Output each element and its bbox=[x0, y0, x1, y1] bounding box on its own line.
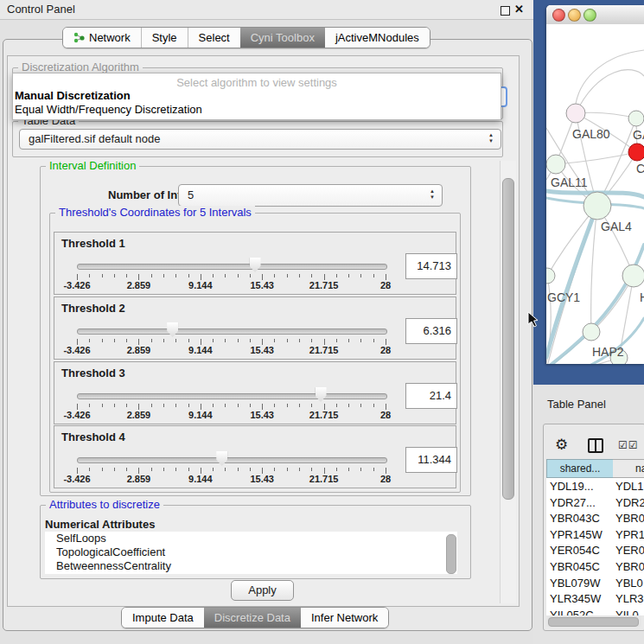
algorithm-option[interactable]: Equal Width/Frequency Discretization bbox=[15, 103, 202, 116]
tab-cyni-toolbox[interactable]: Cyni Toolbox bbox=[240, 28, 325, 48]
cell-name: YIL0 bbox=[615, 609, 639, 615]
table-row[interactable]: YBR045CYBR0 bbox=[546, 560, 644, 576]
threshold-slider-thumb[interactable] bbox=[167, 322, 178, 337]
numerical-attributes-list[interactable]: SelfLoopsTopologicalCoefficientBetweenne… bbox=[45, 532, 457, 574]
threshold-panel: Threshold 4-3.4262.8599.14415.4321.71528… bbox=[54, 425, 456, 488]
network-node[interactable] bbox=[628, 143, 644, 161]
network-node[interactable] bbox=[546, 155, 565, 174]
table-row[interactable]: YBR043CYBR0 bbox=[546, 512, 644, 527]
table-row[interactable]: YDR27...YDR2 bbox=[546, 496, 644, 512]
apply-button[interactable]: Apply bbox=[231, 580, 294, 601]
threshold-slider-thumb[interactable] bbox=[216, 451, 227, 466]
tab-label: Cyni Toolbox bbox=[251, 31, 315, 44]
threshold-label: Threshold 2 bbox=[61, 302, 125, 315]
network-node[interactable] bbox=[583, 192, 611, 220]
algorithm-group-label: Discretization Algorithm bbox=[18, 61, 143, 73]
network-node[interactable] bbox=[628, 111, 644, 126]
threshold-label: Threshold 4 bbox=[61, 430, 125, 443]
slider-tick-labels: -3.4262.8599.14415.4321.71528 bbox=[77, 280, 386, 290]
cell-shared-name: YER054C bbox=[550, 544, 600, 557]
table-header-name[interactable]: na bbox=[613, 459, 644, 478]
number-of-intervals-combo[interactable]: 5 ▲▼ bbox=[178, 184, 443, 207]
tab-label: Network bbox=[89, 31, 131, 44]
table-row[interactable]: YLR345WYLR3 bbox=[546, 592, 644, 608]
network-node[interactable] bbox=[583, 323, 600, 341]
slider-tick-labels: -3.4262.8599.14415.4321.71528 bbox=[77, 410, 386, 420]
algorithm-option[interactable]: Manual Discretization bbox=[15, 89, 131, 102]
column-layout-icon[interactable] bbox=[588, 438, 603, 453]
tab-style[interactable]: Style bbox=[141, 28, 188, 48]
table-panel-title: Table Panel bbox=[547, 398, 606, 411]
cell-name: YBR0 bbox=[615, 560, 644, 573]
stepper-icon: ▲▼ bbox=[488, 132, 494, 144]
table-hscrollbar-thumb[interactable] bbox=[548, 617, 639, 627]
tab-jactivemnodules[interactable]: jActiveMNodules bbox=[325, 28, 430, 48]
threshold-slider-track[interactable] bbox=[77, 457, 387, 463]
gear-icon[interactable]: ⚙ bbox=[555, 436, 568, 454]
network-canvas[interactable]: GAL80GAL11GAL4GCY1HAP2GACYHA bbox=[546, 24, 644, 364]
cell-shared-name: YPR145W bbox=[550, 528, 603, 541]
cell-shared-name: YDR27... bbox=[550, 496, 596, 509]
table-data-combo[interactable]: galFiltered.sif default node ▲▼ bbox=[19, 129, 501, 150]
attribute-item[interactable]: BetweennessCentrality bbox=[45, 559, 457, 573]
threshold-slider-track[interactable] bbox=[77, 264, 387, 270]
number-of-intervals-value: 5 bbox=[188, 188, 194, 201]
network-node[interactable] bbox=[566, 104, 585, 123]
column-checkbox-icons[interactable]: ☑☑ bbox=[618, 439, 639, 451]
cell-shared-name: YDL19... bbox=[550, 480, 594, 493]
threshold-value-field[interactable]: 11.344 bbox=[405, 447, 457, 473]
table-row[interactable]: YIL052CYIL0 bbox=[546, 609, 644, 615]
bottom-tab-discretize-data[interactable]: Discretize Data bbox=[204, 608, 301, 628]
bottom-tab-impute-data[interactable]: Impute Data bbox=[122, 608, 204, 628]
table-row[interactable]: YBL079WYBL0 bbox=[546, 577, 644, 592]
threshold-panel: Threshold 3-3.4262.8599.14415.4321.71528… bbox=[54, 361, 456, 424]
cell-name: YBL0 bbox=[615, 577, 643, 590]
bottom-tab-label: Infer Network bbox=[311, 611, 378, 624]
mouse-cursor bbox=[527, 311, 539, 328]
network-node[interactable] bbox=[622, 265, 644, 287]
control-panel-title: Control Panel bbox=[7, 3, 75, 16]
cell-name: YPR1 bbox=[615, 528, 644, 541]
tab-network[interactable]: Network bbox=[63, 28, 141, 48]
panel-scrollbar-thumb[interactable] bbox=[502, 178, 514, 500]
network-window-titlebar[interactable] bbox=[546, 5, 644, 25]
node-label: GAL80 bbox=[572, 127, 610, 141]
node-label: GCY1 bbox=[547, 290, 580, 304]
node-table[interactable]: YDL19...YDL1YDR27...YDR2YBR043CYBR0YPR14… bbox=[546, 478, 644, 615]
node-label: CY bbox=[636, 162, 644, 175]
minimize-traffic-light-icon[interactable] bbox=[568, 9, 581, 22]
table-row[interactable]: YER054CYER0 bbox=[546, 544, 644, 559]
threshold-slider-thumb[interactable] bbox=[250, 258, 261, 272]
close-icon[interactable]: ✕ bbox=[514, 3, 524, 16]
attributes-list-scrollbar[interactable] bbox=[446, 534, 456, 574]
threshold-value-field[interactable]: 21.4 bbox=[405, 383, 457, 409]
tab-label: Select bbox=[199, 31, 230, 44]
threshold-value-field[interactable]: 14.713 bbox=[405, 253, 457, 279]
stepper-icon: ▲▼ bbox=[430, 188, 435, 201]
float-window-icon[interactable] bbox=[501, 6, 510, 16]
threshold-panel: Threshold 1-3.4262.8599.14415.4321.71528… bbox=[54, 232, 456, 295]
tab-select[interactable]: Select bbox=[188, 28, 240, 48]
screenshot-root: Control Panel ✕ NetworkStyleSelectCyni T… bbox=[0, 0, 644, 644]
table-header-shared-name[interactable]: shared... bbox=[546, 459, 614, 478]
attribute-item[interactable]: SelfLoops bbox=[45, 532, 457, 545]
attribute-item[interactable]: TopologicalCoefficient bbox=[45, 545, 457, 559]
threshold-slider-thumb[interactable] bbox=[316, 387, 327, 402]
threshold-slider-track[interactable] bbox=[77, 393, 387, 399]
node-label: GAL11 bbox=[551, 175, 588, 189]
threshold-value-field[interactable]: 6.316 bbox=[405, 318, 457, 344]
bottom-tab-infer-network[interactable]: Infer Network bbox=[301, 608, 388, 628]
algorithm-popup-prompt: Select algorithm to view settings bbox=[13, 76, 501, 89]
tab-label: jActiveMNodules bbox=[335, 31, 419, 44]
node-label: GA bbox=[633, 128, 644, 142]
table-row[interactable]: YDL19...YDL1 bbox=[546, 480, 644, 495]
threshold-slider-track[interactable] bbox=[77, 328, 387, 335]
cell-name: YDL1 bbox=[615, 480, 644, 493]
node-label: GAL4 bbox=[601, 220, 632, 233]
close-traffic-light-icon[interactable] bbox=[552, 9, 565, 22]
cell-shared-name: YLR345W bbox=[550, 592, 601, 605]
table-row[interactable]: YPR145WYPR1 bbox=[546, 528, 644, 544]
attributes-group-label: Attributes to discretize bbox=[46, 498, 163, 511]
zoom-traffic-light-icon[interactable] bbox=[583, 9, 596, 22]
node-label: HA bbox=[640, 290, 644, 304]
